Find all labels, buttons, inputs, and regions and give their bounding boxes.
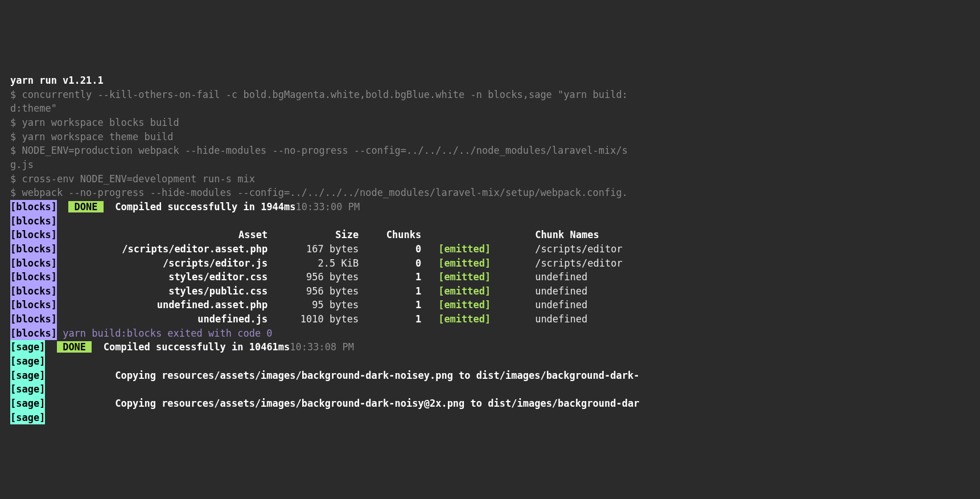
cmd-webpack-prod: NODE_ENV=production webpack --hide-modul… [22,145,627,156]
cmd-workspace-theme: yarn workspace theme build [22,131,173,142]
emitted-cell: [emitted] [421,242,518,256]
prompt: $ [10,89,22,100]
size-cell: 2.5 KiB [267,256,359,271]
copying-line-1: Copying resources/assets/images/backgrou… [115,370,639,381]
emitted-cell: [emitted] [421,284,518,298]
terminal-output: yarn run v1.21.1 $ concurrently --kill-o… [10,60,980,425]
emitted-cell: [emitted] [421,298,518,312]
tag-blocks: [blocks] [10,326,57,341]
emitted-cell: [emitted] [421,312,518,326]
cmd-webpack-prod-cont: g.js [10,159,34,170]
col-chunks-hdr: Chunks [359,228,421,242]
chunks-cell: 0 [359,242,421,256]
tag-blocks: [blocks] [10,270,57,284]
tag-blocks: [blocks] [10,242,57,256]
tag-sage: [sage] [10,369,45,383]
asset-cell: /scripts/editor.js [63,256,267,271]
asset-cell: styles/public.css [63,284,267,298]
tag-blocks: [blocks] [10,284,57,298]
col-asset-hdr: Asset [63,228,267,242]
cmd-concurrently: concurrently --kill-others-on-fail -c bo… [22,89,627,100]
asset-cell: undefined.js [63,312,267,326]
tag-sage: [sage] [10,340,45,354]
cmd-webpack-dev: webpack --no-progress --hide-modules --c… [22,187,627,198]
compiled-msg-blocks: Compiled successfully in 1944ms [115,201,295,212]
chunkname-cell: undefined [518,312,587,326]
cmd-crossenv: cross-env NODE_ENV=development run-s mix [22,173,254,185]
tag-sage: [sage] [10,354,45,369]
copying-line-2: Copying resources/assets/images/backgrou… [115,398,639,409]
tag-blocks: [blocks] [10,298,57,312]
prompt: $ [10,131,22,142]
asset-cell: undefined.asset.php [63,298,267,312]
emitted-cell: [emitted] [421,256,518,271]
size-cell: 167 bytes [267,242,359,256]
tag-blocks: [blocks] [10,228,57,242]
chunks-cell: 1 [359,298,421,312]
chunkname-cell: undefined [518,270,587,284]
compiled-msg-sage: Compiled successfully in 10461ms [104,341,290,353]
tag-sage: [sage] [10,396,45,411]
prompt: $ [10,173,22,185]
prompt: $ [10,117,22,128]
yarn-header: yarn run v1.21.1 [10,75,104,86]
size-cell: 95 bytes [267,298,359,312]
tag-blocks: [blocks] [10,256,57,271]
tag-sage: [sage] [10,411,45,425]
tag-blocks: [blocks] [10,200,57,214]
size-cell: 956 bytes [267,284,359,298]
done-badge-sage: DONE [57,341,92,353]
tag-sage: [sage] [10,382,45,396]
compiled-time-blocks: 10:33:00 PM [296,201,360,212]
done-badge-blocks: DONE [68,201,103,212]
chunkname-cell: undefined [518,298,587,312]
cmd-concurrently-cont: d:theme" [10,103,57,114]
chunks-cell: 1 [359,270,421,284]
asset-cell: styles/editor.css [63,270,267,284]
cmd-workspace-blocks: yarn workspace blocks build [22,117,179,128]
tag-blocks: [blocks] [10,312,57,326]
exit-line: yarn build:blocks exited with code 0 [63,328,272,339]
prompt: $ [10,145,22,156]
chunks-cell: 1 [359,284,421,298]
emitted-cell: [emitted] [421,270,518,284]
size-cell: 956 bytes [267,270,359,284]
asset-cell: /scripts/editor.asset.php [63,242,267,256]
compiled-time-sage: 10:33:08 PM [290,341,354,353]
col-names-hdr: Chunk Names [518,228,599,242]
tag-blocks: [blocks] [10,214,57,228]
chunkname-cell: /scripts/editor [518,242,623,256]
chunkname-cell: /scripts/editor [518,256,623,271]
chunkname-cell: undefined [518,284,587,298]
size-cell: 1010 bytes [267,312,359,326]
prompt: $ [10,187,22,198]
col-size-hdr: Size [267,228,359,242]
chunks-cell: 1 [359,312,421,326]
chunks-cell: 0 [359,256,421,271]
